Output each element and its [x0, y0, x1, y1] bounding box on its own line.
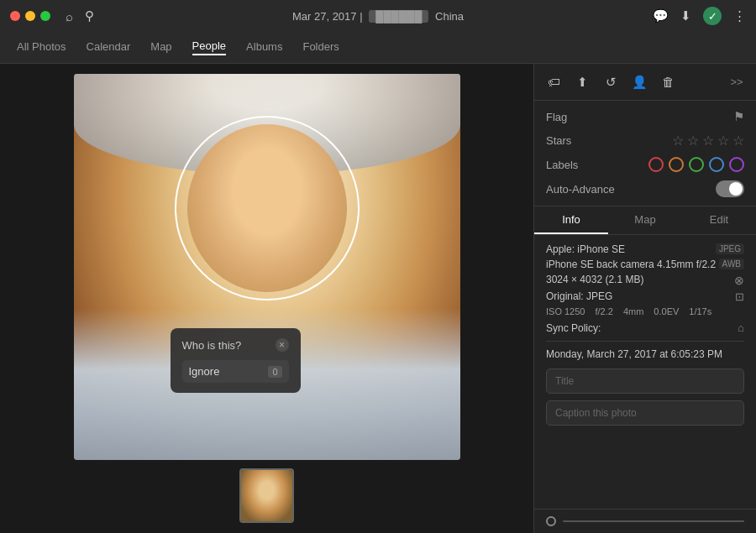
tab-map[interactable]: Map [608, 206, 682, 234]
zoom-min-icon [546, 516, 556, 526]
nav-people[interactable]: People [192, 39, 226, 55]
who-is-this-popup: Who is this? × Ignore 0 [171, 328, 301, 393]
tab-info[interactable]: Info [534, 206, 608, 234]
sync-row: Sync Policy: ⌂ [546, 321, 744, 334]
face-detection-circle [175, 116, 360, 300]
download-icon[interactable]: ⬇ [680, 8, 691, 24]
star-3[interactable]: ☆ [702, 133, 714, 149]
format-icon: ⊡ [735, 290, 744, 303]
dimensions-text: 3024 × 4032 (2.1 MB) [546, 274, 643, 285]
star-1[interactable]: ☆ [672, 133, 684, 149]
label-green[interactable] [689, 157, 704, 172]
zoom-slider-track[interactable] [563, 520, 744, 522]
label-orange[interactable] [669, 157, 684, 172]
ev-text: 0.0EV [654, 306, 679, 316]
traffic-lights [10, 11, 50, 21]
nav-all-photos[interactable]: All Photos [17, 40, 66, 55]
dimensions-icon: ⊗ [734, 274, 744, 287]
main-photo: Who is this? × Ignore 0 [74, 74, 460, 460]
stars-row: Stars ☆ ☆ ☆ ☆ ☆ [546, 133, 744, 149]
maximize-button[interactable] [40, 11, 50, 21]
expand-tool[interactable]: >> [724, 71, 749, 94]
navbar: All Photos Calendar Map People Albums Fo… [0, 32, 756, 64]
thumbnail-image [241, 470, 292, 521]
awb-badge: AWB [719, 259, 744, 269]
baby-photo-image: Who is this? × Ignore 0 [74, 74, 460, 460]
zoom-bar [534, 509, 756, 533]
tab-edit[interactable]: Edit [682, 206, 756, 234]
labels-label: Labels [546, 159, 578, 171]
star-4[interactable]: ☆ [717, 133, 729, 149]
more-icon[interactable]: ⋮ [733, 8, 746, 24]
close-button[interactable] [10, 11, 20, 21]
sync-icon: ⌂ [738, 321, 744, 334]
labels-row: Labels [546, 157, 744, 172]
exif-row: ISO 1250 f/2.2 4mm 0.0EV 1/17s [546, 306, 744, 316]
info-content: Apple: iPhone SE JPEG iPhone SE back cam… [534, 235, 756, 509]
tag-tool[interactable]: 🏷 [541, 71, 566, 94]
right-panel: 🏷 ⬆ ↺ 👤 🗑 >> Flag ⚑ Stars ☆ ☆ ☆ ☆ [533, 64, 756, 533]
ignore-count: 0 [268, 366, 281, 378]
caption-input[interactable] [546, 400, 744, 426]
toggle-knob [729, 182, 743, 196]
titlebar: ⌕ ⚲ Mar 27, 2017 | ██████ China 💬 ⬇ ✓ ⋮ [0, 0, 756, 32]
filmstrip-thumbnail[interactable] [239, 468, 294, 523]
flag-label: Flag [546, 111, 567, 123]
nav-folders[interactable]: Folders [302, 40, 339, 55]
minimize-button[interactable] [25, 11, 35, 21]
date-text: Monday, March 27, 2017 at 6:05:23 PM [546, 348, 744, 360]
delete-tool[interactable]: 🗑 [655, 71, 680, 94]
filter-icon[interactable]: ⚲ [85, 8, 94, 24]
popup-title: Who is this? [182, 339, 242, 352]
label-red[interactable] [648, 157, 664, 172]
title-input[interactable] [546, 368, 744, 394]
metadata-section: Flag ⚑ Stars ☆ ☆ ☆ ☆ ☆ Labels [534, 101, 756, 206]
person-tag-tool[interactable]: 👤 [627, 71, 652, 94]
camera-row: Apple: iPhone SE JPEG [546, 243, 744, 255]
panel-toolbar: 🏷 ⬆ ↺ 👤 🗑 >> [534, 64, 756, 101]
search-icon[interactable]: ⌕ [66, 9, 73, 24]
labels-widget [648, 157, 744, 172]
nav-map[interactable]: Map [150, 40, 171, 55]
rotate-tool[interactable]: ↺ [598, 71, 623, 94]
flag-row: Flag ⚑ [546, 109, 744, 124]
aperture-text: f/2.2 [595, 306, 612, 316]
popup-close-button[interactable]: × [276, 338, 289, 352]
titlebar-right-icons: 💬 ⬇ ✓ ⋮ [653, 7, 746, 25]
auto-advance-row: Auto-Advance [546, 180, 744, 197]
ignore-option[interactable]: Ignore 0 [182, 360, 289, 383]
auto-advance-toggle[interactable] [716, 180, 744, 197]
filmstrip [239, 468, 294, 523]
ignore-label: Ignore [189, 365, 220, 378]
chevron-right-icon: >> [730, 76, 743, 88]
label-purple[interactable] [729, 157, 744, 172]
main-content: Who is this? × Ignore 0 🏷 ⬆ [0, 64, 756, 533]
divider [546, 341, 744, 342]
shutter-text: 1/17s [689, 306, 711, 316]
lens-row: iPhone SE back camera 4.15mm f/2.2 AWB [546, 259, 744, 270]
person-icon[interactable]: ✓ [703, 7, 722, 25]
popup-header: Who is this? × [182, 338, 289, 352]
flag-icon[interactable]: ⚑ [733, 109, 744, 124]
dimensions-row: 3024 × 4032 (2.1 MB) ⊗ [546, 274, 744, 287]
label-blue[interactable] [709, 157, 724, 172]
format-text: Original: JPEG [546, 290, 612, 302]
titlebar-title: Mar 27, 2017 | ██████ China [292, 10, 464, 23]
auto-advance-label: Auto-Advance [546, 183, 615, 196]
format-badge: JPEG [716, 243, 744, 254]
star-2[interactable]: ☆ [687, 133, 699, 149]
tab-bar: Info Map Edit [534, 206, 756, 235]
chat-icon[interactable]: 💬 [653, 8, 669, 24]
titlebar-nav-icons: ⌕ ⚲ [66, 8, 94, 24]
focal-text: 4mm [623, 306, 643, 316]
camera-text: Apple: iPhone SE [546, 243, 625, 255]
lens-text: iPhone SE back camera 4.15mm f/2.2 [546, 259, 716, 270]
star-5[interactable]: ☆ [732, 133, 744, 149]
sync-label: Sync Policy: [546, 322, 601, 334]
share-tool[interactable]: ⬆ [570, 71, 595, 94]
iso-text: ISO 1250 [546, 306, 585, 316]
nav-calendar[interactable]: Calendar [87, 40, 131, 55]
nav-albums[interactable]: Albums [246, 40, 282, 55]
stars-widget[interactable]: ☆ ☆ ☆ ☆ ☆ [672, 133, 744, 149]
format-row: Original: JPEG ⊡ [546, 290, 744, 303]
